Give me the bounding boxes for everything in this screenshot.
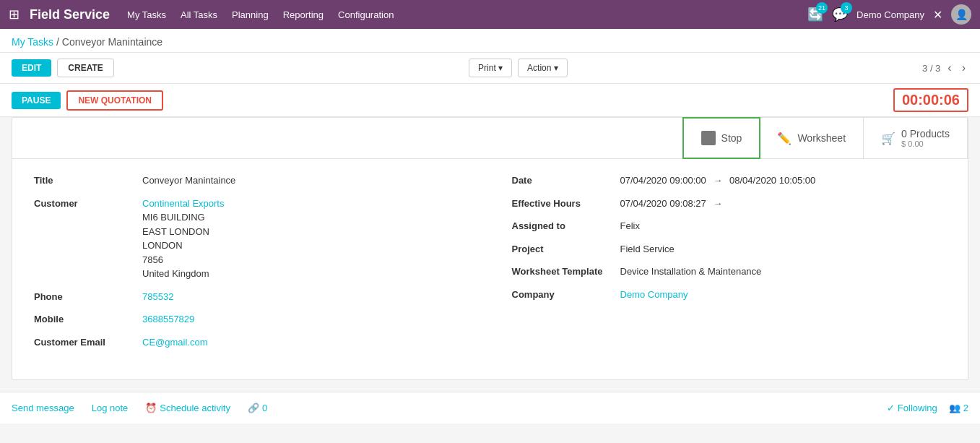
title-value: Conveyor Manintaince bbox=[142, 173, 235, 188]
bottom-bar: Send message Log note ⏰ Schedule activit… bbox=[0, 392, 980, 423]
address-line-5: United Kingdom bbox=[142, 267, 224, 281]
company-value[interactable]: Demo Company bbox=[620, 288, 688, 302]
company-row: Company Demo Company bbox=[512, 288, 947, 302]
worksheet-template-label: Worksheet Template bbox=[512, 264, 620, 277]
stop-status-item[interactable]: Stop bbox=[682, 117, 761, 159]
phone-value[interactable]: 785532 bbox=[142, 290, 173, 304]
date-value: 07/04/2020 09:00:00 → 08/04/2020 10:05:0… bbox=[620, 173, 816, 188]
address-line-1: MI6 BUILDING bbox=[142, 210, 224, 225]
form-body: Title Conveyor Manintaince Customer Cont… bbox=[12, 159, 968, 379]
company-selector[interactable]: Demo Company bbox=[857, 9, 924, 20]
updates-count: 21 bbox=[816, 2, 828, 14]
pagination-text: 3 / 3 bbox=[922, 63, 940, 74]
products-status-item[interactable]: 🛒 0 Products $ 0.00 bbox=[864, 118, 968, 158]
mobile-value[interactable]: 3688557829 bbox=[142, 312, 194, 327]
worksheet-template-value: Device Installation & Maintenance bbox=[620, 264, 762, 279]
nav-links: My Tasks All Tasks Planning Reporting Co… bbox=[127, 9, 807, 20]
print-button[interactable]: Print ▾ bbox=[469, 59, 512, 77]
customer-row: Customer Continental Exports MI6 BUILDIN… bbox=[34, 197, 469, 281]
checkmark-icon: ✓ bbox=[887, 403, 895, 413]
schedule-activity-link[interactable]: ⏰ Schedule activity bbox=[145, 403, 230, 413]
attachment-icon: 🔗 bbox=[248, 403, 259, 413]
stop-icon bbox=[701, 131, 716, 145]
status-bar: Stop ✏️ Worksheet 🛒 0 Products $ 0.00 bbox=[12, 118, 968, 159]
phone-row: Phone 785532 bbox=[34, 290, 469, 304]
worksheet-row: Worksheet Template Device Installation &… bbox=[512, 264, 947, 279]
eff-hours-value: 07/04/2020 09:08:27 → bbox=[620, 197, 727, 211]
nav-configuration[interactable]: Configuration bbox=[338, 9, 394, 20]
new-quotation-button[interactable]: NEW QUOTATION bbox=[66, 90, 163, 111]
mobile-row: Mobile 3688557829 bbox=[34, 312, 469, 327]
edit-button[interactable]: EDIT bbox=[12, 59, 51, 77]
date-start: 07/04/2020 09:00:00 bbox=[620, 175, 706, 186]
address-line-2: EAST LONDON bbox=[142, 225, 224, 239]
email-label: Customer Email bbox=[34, 335, 142, 348]
nav-my-tasks[interactable]: My Tasks bbox=[127, 9, 166, 20]
company-label: Company bbox=[512, 288, 620, 300]
timer-display: 00:00:06 bbox=[893, 88, 968, 112]
toolbar-center: Print ▾ Action ▾ bbox=[120, 59, 916, 77]
send-message-link[interactable]: Send message bbox=[12, 403, 74, 413]
project-value: Field Service bbox=[620, 242, 675, 257]
breadcrumb: My Tasks / Conveyor Manintaince bbox=[0, 29, 980, 53]
products-info: 0 Products $ 0.00 bbox=[901, 128, 950, 148]
title-label: Title bbox=[34, 173, 142, 186]
breadcrumb-separator: / bbox=[56, 36, 59, 48]
app-grid-icon[interactable]: ⊞ bbox=[9, 7, 19, 22]
nav-right: 🔄 21 💬 3 Demo Company ✕ 👤 bbox=[807, 4, 971, 25]
log-note-link[interactable]: Log note bbox=[92, 403, 129, 413]
nav-planning[interactable]: Planning bbox=[232, 9, 269, 20]
next-page-button[interactable]: › bbox=[959, 60, 968, 76]
effective-hours-row: Effective Hours 07/04/2020 09:08:27 → bbox=[512, 197, 947, 211]
worksheet-label: Worksheet bbox=[797, 132, 846, 144]
cart-icon: 🛒 bbox=[881, 132, 896, 145]
messages-count: 3 bbox=[841, 2, 852, 14]
date-label: Date bbox=[512, 173, 620, 186]
address-line-3: LONDON bbox=[142, 238, 224, 253]
main-content: Stop ✏️ Worksheet 🛒 0 Products $ 0.00 Ti… bbox=[0, 117, 980, 392]
nav-all-tasks[interactable]: All Tasks bbox=[181, 9, 217, 20]
email-row: Customer Email CE@gmail.com bbox=[34, 335, 469, 350]
breadcrumb-parent[interactable]: My Tasks bbox=[12, 36, 53, 48]
following-button[interactable]: ✓ Following bbox=[887, 403, 937, 413]
breadcrumb-current: Conveyor Manintaince bbox=[62, 36, 162, 48]
prev-page-button[interactable]: ‹ bbox=[945, 60, 954, 76]
date-end: 08/04/2020 10:05:00 bbox=[729, 175, 815, 186]
action-button[interactable]: Action ▾ bbox=[518, 59, 568, 77]
title-row: Title Conveyor Manintaince bbox=[34, 173, 469, 188]
top-nav: ⊞ Field Service My Tasks All Tasks Plann… bbox=[0, 0, 980, 29]
followers-count[interactable]: 👥 2 bbox=[949, 403, 968, 413]
schedule-activity-icon: ⏰ bbox=[145, 403, 157, 413]
phone-label: Phone bbox=[34, 290, 142, 302]
attachments-link[interactable]: 🔗 0 bbox=[248, 403, 267, 413]
close-icon[interactable]: ✕ bbox=[933, 8, 942, 22]
form-left: Title Conveyor Manintaince Customer Cont… bbox=[34, 173, 469, 358]
pagination-area: 3 / 3 ‹ › bbox=[922, 60, 968, 76]
eff-arrow-icon: → bbox=[713, 197, 722, 211]
bottom-right: ✓ Following 👥 2 bbox=[887, 403, 968, 413]
app-title: Field Service bbox=[30, 7, 110, 22]
customer-label: Customer bbox=[34, 197, 142, 209]
date-row: Date 07/04/2020 09:00:00 → 08/04/2020 10… bbox=[512, 173, 947, 188]
avatar[interactable]: 👤 bbox=[951, 4, 971, 25]
updates-badge[interactable]: 🔄 21 bbox=[807, 7, 823, 22]
customer-value: Continental Exports MI6 BUILDING EAST LO… bbox=[142, 197, 224, 281]
main-toolbar: EDIT CREATE Print ▾ Action ▾ 3 / 3 ‹ › bbox=[0, 53, 980, 84]
assigned-label: Assigned to bbox=[512, 219, 620, 231]
messages-badge[interactable]: 💬 3 bbox=[832, 7, 848, 22]
arrow-icon: → bbox=[713, 173, 722, 188]
address-line-4: 7856 bbox=[142, 253, 224, 267]
customer-name-link[interactable]: Continental Exports bbox=[142, 198, 224, 209]
content-card: Stop ✏️ Worksheet 🛒 0 Products $ 0.00 Ti… bbox=[12, 117, 968, 380]
project-row: Project Field Service bbox=[512, 242, 947, 257]
nav-reporting[interactable]: Reporting bbox=[283, 9, 324, 20]
create-button[interactable]: CREATE bbox=[57, 59, 113, 77]
products-count-label: 0 Products bbox=[901, 128, 950, 139]
products-price: $ 0.00 bbox=[901, 139, 950, 148]
assigned-row: Assigned to Felix bbox=[512, 219, 947, 233]
worksheet-status-item[interactable]: ✏️ Worksheet bbox=[760, 118, 864, 158]
project-label: Project bbox=[512, 242, 620, 254]
pause-button[interactable]: PAUSE bbox=[12, 92, 61, 109]
pencil-icon: ✏️ bbox=[777, 132, 792, 145]
email-value[interactable]: CE@gmail.com bbox=[142, 335, 208, 350]
